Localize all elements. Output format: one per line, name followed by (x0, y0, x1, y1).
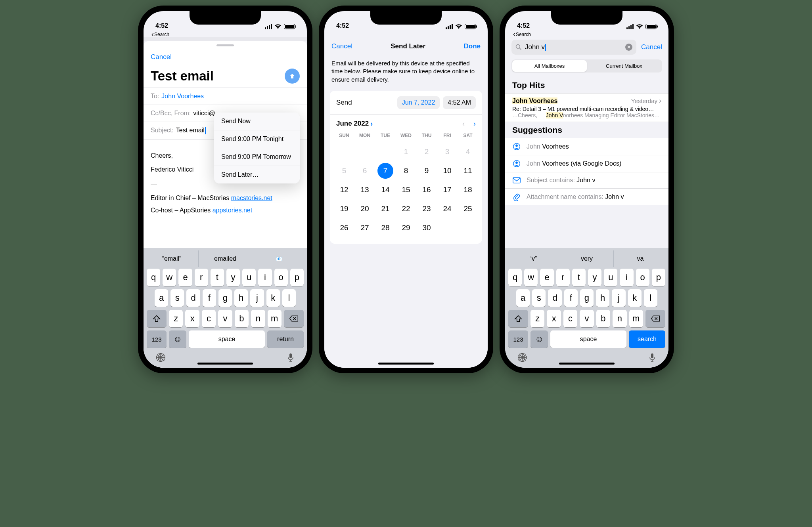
key-e[interactable]: e (178, 269, 192, 286)
calendar-day[interactable]: 14 (375, 180, 396, 199)
key-h[interactable]: h (234, 289, 248, 307)
key-r[interactable]: r (195, 269, 208, 286)
key-e[interactable]: e (540, 269, 553, 286)
key-j[interactable]: j (250, 289, 264, 307)
suggestion-subject[interactable]: Subject contains: John v (505, 172, 668, 189)
cancel-button[interactable]: Cancel (641, 43, 662, 51)
key-g[interactable]: g (218, 289, 232, 307)
sheet-grabber[interactable] (216, 44, 234, 46)
key-q[interactable]: q (508, 269, 522, 286)
calendar-day[interactable]: 30 (416, 218, 437, 237)
key-m[interactable]: m (268, 310, 282, 327)
menu-send-tomorrow[interactable]: Send 9:00 PM Tomorrow (214, 148, 300, 166)
calendar-day[interactable]: 16 (416, 180, 437, 199)
key-y[interactable]: y (226, 269, 240, 286)
search-input[interactable]: John v ✕ (511, 40, 636, 55)
calendar-day[interactable]: 29 (396, 218, 416, 237)
calendar-day[interactable]: 9 (416, 161, 437, 180)
seg-all-mailboxes[interactable]: All Mailboxes (512, 60, 587, 72)
back-to-search[interactable]: ‹Search (513, 30, 531, 38)
menu-send-now[interactable]: Send Now (214, 113, 300, 130)
mic-icon[interactable] (649, 353, 656, 364)
key-d[interactable]: d (186, 289, 200, 307)
suggestion-2[interactable]: emailed (198, 250, 252, 267)
calendar-day[interactable]: 5 (334, 161, 354, 180)
suggestion-3[interactable]: 📧 (252, 250, 305, 267)
key-u[interactable]: u (242, 269, 256, 286)
calendar-day[interactable]: 13 (354, 180, 375, 199)
key-k[interactable]: k (628, 289, 642, 307)
key-c[interactable]: c (563, 310, 577, 327)
key-s[interactable]: s (532, 289, 546, 307)
calendar-day[interactable]: 10 (437, 161, 458, 180)
key-k[interactable]: k (266, 289, 280, 307)
calendar-day[interactable]: 7 (375, 161, 396, 180)
done-button[interactable]: Done (464, 42, 481, 50)
key-w[interactable]: w (524, 269, 538, 286)
calendar-day[interactable]: 8 (396, 161, 416, 180)
space-key[interactable]: space (550, 330, 626, 348)
appstories-link[interactable]: appstories.net (213, 207, 253, 214)
globe-icon[interactable]: 🌐︎ (156, 353, 166, 364)
calendar-day[interactable]: 22 (396, 199, 416, 218)
calendar-day[interactable]: 4 (458, 142, 478, 161)
key-i[interactable]: i (258, 269, 272, 286)
key-z[interactable]: z (530, 310, 544, 327)
key-o[interactable]: o (636, 269, 649, 286)
search-key[interactable]: search (629, 330, 665, 348)
key-c[interactable]: c (202, 310, 216, 327)
seg-current-mailbox[interactable]: Current Mailbox (587, 60, 661, 72)
calendar-day[interactable]: 25 (458, 199, 478, 218)
key-t[interactable]: t (211, 269, 224, 286)
top-hit-row[interactable]: John Voorhees Yesterday› Re: Detail 3 – … (505, 93, 668, 122)
key-a[interactable]: a (155, 289, 168, 307)
calendar-day[interactable]: 1 (396, 142, 416, 161)
calendar-day[interactable]: 23 (416, 199, 437, 218)
key-x[interactable]: x (185, 310, 199, 327)
key-q[interactable]: q (147, 269, 160, 286)
key-p[interactable]: p (290, 269, 304, 286)
suggestion-person-1[interactable]: John Voorhees (505, 138, 668, 155)
key-r[interactable]: r (556, 269, 570, 286)
menu-send-later[interactable]: Send Later… (214, 166, 300, 183)
key-a[interactable]: a (516, 289, 530, 307)
shift-key[interactable] (508, 310, 528, 327)
suggestion-1[interactable]: “email” (145, 250, 198, 267)
key-f[interactable]: f (564, 289, 578, 307)
key-d[interactable]: d (548, 289, 561, 307)
numbers-key[interactable]: 123 (508, 330, 528, 348)
calendar-day[interactable]: 18 (458, 180, 478, 199)
calendar-day[interactable]: 19 (334, 199, 354, 218)
numbers-key[interactable]: 123 (147, 330, 167, 348)
key-v[interactable]: v (218, 310, 232, 327)
next-month-button[interactable]: › (473, 120, 476, 128)
send-button[interactable] (285, 69, 300, 84)
menu-send-tonight[interactable]: Send 9:00 PM Tonight (214, 130, 300, 148)
delete-key[interactable] (284, 310, 304, 327)
key-h[interactable]: h (596, 289, 609, 307)
return-key[interactable]: return (267, 330, 304, 348)
key-z[interactable]: z (169, 310, 183, 327)
home-indicator[interactable] (559, 363, 615, 365)
key-m[interactable]: m (629, 310, 643, 327)
key-o[interactable]: o (274, 269, 288, 286)
key-p[interactable]: p (652, 269, 665, 286)
emoji-key[interactable]: ☺ (530, 330, 548, 348)
key-l[interactable]: l (282, 289, 296, 307)
suggestion-person-2[interactable]: John Voorhees (via Google Docs) (505, 155, 668, 172)
key-v[interactable]: v (580, 310, 594, 327)
space-key[interactable]: space (189, 330, 265, 348)
calendar-day[interactable]: 20 (354, 199, 375, 218)
key-n[interactable]: n (251, 310, 265, 327)
home-indicator[interactable] (378, 363, 434, 365)
month-picker[interactable]: June 2022 › (336, 120, 373, 128)
key-x[interactable]: x (547, 310, 561, 327)
clear-search-button[interactable]: ✕ (625, 44, 632, 51)
key-b[interactable]: b (235, 310, 249, 327)
calendar-day[interactable]: 27 (354, 218, 375, 237)
emoji-key[interactable]: ☺ (169, 330, 186, 348)
calendar-day[interactable]: 3 (437, 142, 458, 161)
time-chip[interactable]: 4:52 AM (443, 96, 476, 109)
calendar-day[interactable]: 6 (354, 161, 375, 180)
suggestion-1[interactable]: “v” (507, 250, 560, 267)
